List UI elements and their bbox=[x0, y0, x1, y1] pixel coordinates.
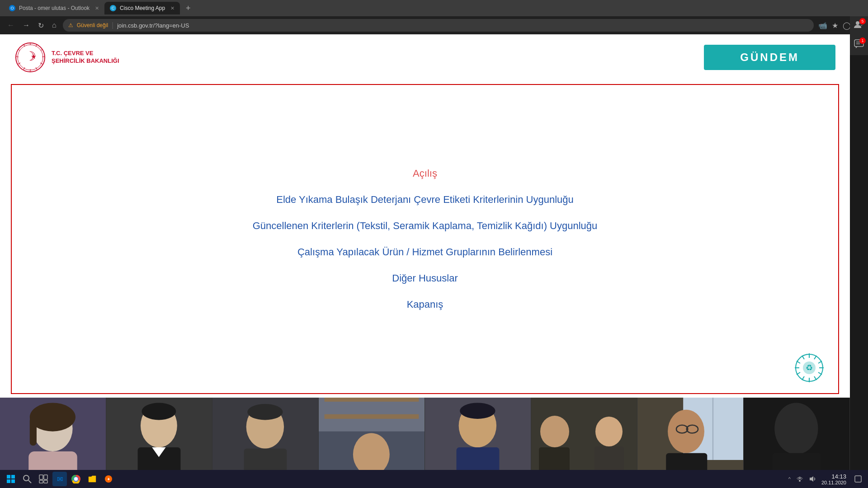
clock: 14:13 20.11.2020 bbox=[821, 473, 846, 485]
right-sidebar: 5 1 bbox=[850, 16, 868, 55]
agenda-item-3: Güncellenen Kriterlerin (Tekstil, Serami… bbox=[253, 220, 598, 232]
svg-text:★: ★ bbox=[31, 53, 37, 60]
network-icon bbox=[796, 475, 803, 483]
system-tray: ^ 14:13 20.11.2020 bbox=[788, 473, 864, 485]
app-taskbar[interactable]: ✦ bbox=[101, 472, 116, 486]
agenda-item-1: Açılış bbox=[413, 168, 437, 179]
tc-emblem: ☽ ★ bbox=[14, 42, 46, 73]
svg-rect-78 bbox=[11, 475, 15, 479]
gundem-button: GÜNDEM bbox=[704, 45, 835, 70]
slide-header: ☽ ★ bbox=[0, 34, 850, 80]
tab-cisco[interactable]: C Cisco Meeting App ✕ bbox=[104, 2, 180, 14]
svg-rect-80 bbox=[11, 479, 15, 483]
reload-button[interactable]: ↻ bbox=[36, 19, 46, 32]
tab-cisco-close[interactable]: ✕ bbox=[170, 5, 175, 11]
chrome-taskbar[interactable] bbox=[69, 472, 83, 486]
agenda-item-6: Kapanış bbox=[407, 299, 443, 310]
ministry-name: T.C. ÇEVRE VE ŞEHİRCİLİK BAKANLIĞI bbox=[52, 50, 119, 65]
svg-rect-77 bbox=[7, 475, 10, 479]
svg-line-12 bbox=[42, 56, 45, 57]
home-button[interactable]: ⌂ bbox=[50, 19, 58, 31]
svg-point-60 bbox=[460, 403, 495, 418]
svg-rect-40 bbox=[30, 417, 37, 446]
svg-point-75 bbox=[774, 403, 818, 454]
tab-cisco-label: Cisco Meeting App bbox=[120, 5, 165, 11]
outlook-icon: O bbox=[9, 5, 15, 11]
svg-rect-84 bbox=[44, 475, 47, 479]
svg-point-88 bbox=[74, 477, 78, 481]
svg-point-45 bbox=[142, 403, 176, 420]
chat-icon[interactable]: 1 bbox=[854, 39, 864, 52]
search-button[interactable] bbox=[20, 472, 34, 486]
agenda-item-5: Diğer Hususlar bbox=[392, 272, 458, 284]
participants-badge: 5 bbox=[859, 18, 866, 24]
agenda-item-4: Çalışma Yapılacak Ürün / Hizmet Grupları… bbox=[297, 246, 552, 258]
svg-rect-85 bbox=[39, 480, 43, 483]
explorer-taskbar[interactable] bbox=[85, 472, 99, 486]
svg-rect-86 bbox=[44, 480, 47, 483]
start-button[interactable] bbox=[4, 472, 18, 486]
bottom-logo: ♻ bbox=[791, 350, 827, 386]
new-tab-button[interactable]: + bbox=[182, 2, 194, 14]
task-view-button[interactable] bbox=[36, 472, 51, 486]
svg-rect-79 bbox=[7, 479, 10, 483]
tab-outlook-label: Posta - omer ulutas - Outlook bbox=[19, 5, 90, 11]
svg-point-0 bbox=[856, 21, 859, 25]
svg-point-55 bbox=[353, 433, 390, 475]
taskbar: ✉ ✦ ^ 14:13 bbox=[0, 470, 868, 488]
svg-point-62 bbox=[540, 416, 569, 447]
slide-area: ☽ ★ bbox=[0, 34, 850, 398]
svg-point-81 bbox=[24, 475, 29, 481]
svg-rect-83 bbox=[39, 475, 43, 479]
tab-outlook-close[interactable]: ✕ bbox=[95, 5, 99, 11]
main-content: ☽ ★ bbox=[0, 34, 850, 488]
security-warning-icon: ⚠ bbox=[68, 22, 73, 28]
back-button[interactable]: ← bbox=[5, 19, 16, 31]
url-box[interactable]: ⚠ Güvenli değil | join.csb.gov.tr/?lang=… bbox=[63, 19, 814, 32]
participants-icon[interactable]: 5 bbox=[854, 20, 864, 32]
svg-rect-54 bbox=[325, 414, 419, 419]
clock-date: 20.11.2020 bbox=[821, 480, 846, 485]
security-warning-text: Güvenli değil bbox=[77, 22, 108, 28]
logo-area: ☽ ★ bbox=[14, 42, 119, 73]
svg-point-64 bbox=[595, 417, 623, 446]
svg-line-18 bbox=[16, 56, 19, 57]
bookmark-icon[interactable]: ★ bbox=[832, 21, 838, 30]
address-bar: ← → ↻ ⌂ ⚠ Güvenli değil | join.csb.gov.t… bbox=[0, 16, 868, 34]
tab-bar: O Posta - omer ulutas - Outlook ✕ C Cisc… bbox=[0, 0, 868, 16]
svg-text:♻: ♻ bbox=[806, 363, 813, 372]
clock-time: 14:13 bbox=[821, 473, 846, 480]
chat-badge: 1 bbox=[859, 38, 866, 44]
forward-button[interactable]: → bbox=[21, 19, 32, 31]
svg-rect-53 bbox=[325, 398, 419, 402]
svg-point-49 bbox=[247, 404, 283, 420]
camera-icon[interactable]: 📹 bbox=[818, 21, 827, 30]
outlook-taskbar[interactable]: ✉ bbox=[52, 472, 67, 486]
url-text: join.csb.gov.tr/?lang=en-US bbox=[117, 22, 189, 29]
svg-rect-92 bbox=[855, 476, 861, 482]
agenda-item-2: Elde Yıkama Bulaşık Deterjanı Çevre Etik… bbox=[276, 194, 573, 206]
volume-icon bbox=[809, 475, 816, 483]
slide-content: Açılış Elde Yıkama Bulaşık Deterjanı Çev… bbox=[11, 84, 839, 394]
tab-outlook[interactable]: O Posta - omer ulutas - Outlook ✕ bbox=[4, 2, 104, 14]
svg-line-82 bbox=[28, 480, 31, 483]
svg-text:✦: ✦ bbox=[107, 477, 110, 482]
svg-point-91 bbox=[799, 480, 801, 482]
browser-chrome: O Posta - omer ulutas - Outlook ✕ C Cisc… bbox=[0, 0, 868, 34]
notification-center[interactable] bbox=[852, 473, 864, 485]
tray-expand[interactable]: ^ bbox=[788, 476, 791, 482]
cisco-icon: C bbox=[110, 5, 116, 11]
